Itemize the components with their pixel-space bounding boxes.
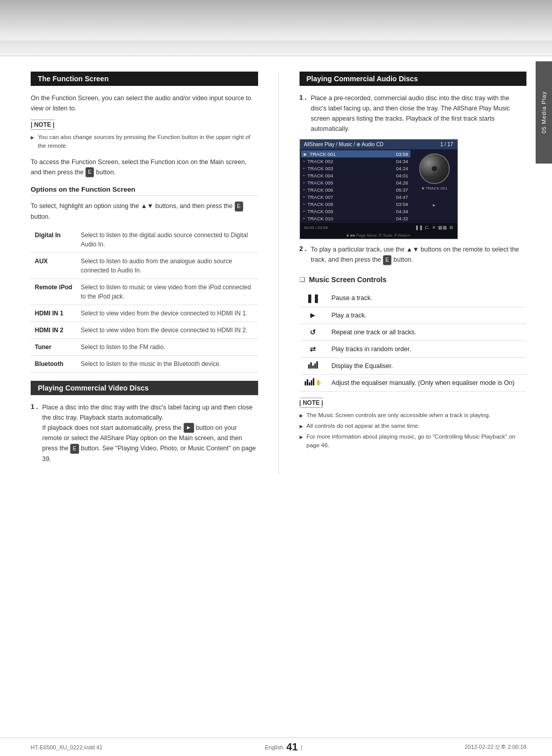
track-002: + TRACK 002 04:34: [301, 157, 410, 165]
track-007: + TRACK 007 04:47: [301, 193, 410, 200]
file-info: HT-E6500_XU_0222.indd 41: [31, 744, 103, 750]
allshare-body: ► TRACK 001 03:59 + TRACK 002 04:34 + TR…: [300, 149, 457, 223]
options-title: Options on the Function Screen: [31, 186, 258, 196]
disc-hole: [431, 166, 438, 172]
playing-video-section: Playing Commercial Video Discs 1 . Place…: [31, 381, 258, 464]
ctrl-repeat-desc: Repeat one track or all tracks.: [327, 324, 527, 340]
date-info: 2012-02-22 오후 2:00:18: [465, 743, 526, 751]
eq-bar5: [316, 361, 318, 369]
music-controls-label-container: Music Screen Controls: [300, 276, 527, 284]
audio-step1-label: 1 .: [300, 93, 307, 134]
allshare-tracklist: ► TRACK 001 03:59 + TRACK 002 04:34 + TR…: [300, 149, 411, 223]
track-004: + TRACK 004 04:01: [301, 172, 410, 179]
track-009: + TRACK 009 04:34: [301, 208, 410, 215]
option-label-hdmi2: HDMI IN 2: [31, 322, 77, 338]
option-label-bluetooth: Bluetooth: [31, 355, 77, 372]
option-aux: AUX Select to listen to audio from the a…: [31, 253, 258, 279]
allshare-track-label: ★ TRACK 001: [421, 186, 448, 191]
track-006: + TRACK 006 05:37: [301, 186, 410, 193]
eq-manual-hand-icon: ✋: [315, 380, 321, 385]
allshare-topbar: AllShare Play / Music / ⊕ Audio CD 1 / 1…: [300, 140, 457, 149]
top-decorative-bar: [0, 0, 552, 56]
allshare-topbar-title: AllShare Play / Music / ⊕ Audio CD: [304, 142, 384, 147]
function-screen-title: The Function Screen: [31, 72, 258, 86]
language-label: English: [265, 744, 283, 750]
allshare-pause-btn: ❚❚: [415, 225, 423, 230]
track-003: + TRACK 003 04:24: [301, 165, 410, 172]
music-note-item-3: For more information about playing music…: [300, 432, 527, 450]
ctrl-eq-manual-icon: ✋: [300, 374, 327, 391]
eq2-bar3: [309, 382, 310, 385]
note-label-1: | NOTE |: [31, 120, 55, 130]
option-bluetooth: Bluetooth Select to listen to the music …: [31, 355, 258, 372]
options-table: Digital In Select to listen to the digit…: [31, 227, 258, 373]
allshare-control-btns: ❚❚ C. ✕ ▦▦ ⊞: [415, 225, 453, 230]
allshare-controls-bar: 00:00 / 03:59 ❚❚ C. ✕ ▦▦ ⊞: [300, 223, 457, 232]
ctrl-shuffle: ⇄ Play tracks in random order.: [300, 340, 527, 357]
allshare-c-btn: C.: [425, 225, 430, 230]
option-tuner: Tuner Select to listen to the FM radio.: [31, 338, 258, 355]
audio-step2-content: To play a particular track, use the ▲▼ b…: [311, 244, 526, 265]
eq-bar2: [310, 362, 312, 369]
column-divider: [279, 72, 279, 474]
option-desc-tuner: Select to listen to the FM radio.: [77, 338, 258, 355]
eq2-bar1: [305, 381, 306, 385]
eq2-bar5: [313, 378, 314, 385]
main-content: The Function Screen On the Function Scre…: [0, 56, 552, 490]
ctrl-shuffle-desc: Play tracks in random order.: [327, 340, 527, 357]
audio-step2-label: 2 .: [300, 244, 307, 265]
option-label-aux: AUX: [31, 253, 77, 279]
allshare-progress-right: ►: [432, 203, 436, 208]
ctrl-eq-display-desc: Display the Equaliser.: [327, 357, 527, 374]
ctrl-pause: ❚❚ Pause a track.: [300, 290, 527, 307]
e-button-icon: E: [85, 167, 94, 177]
eq-bar4: [314, 363, 316, 369]
allshare-right-panel: ★ TRACK 001 ►: [411, 149, 457, 223]
option-desc-aux: Select to listen to audio from the analo…: [77, 253, 258, 279]
allshare-footer: ■ ■■ Page Move ⑦ Tools ↺ Return: [300, 232, 457, 239]
disc-image: [419, 153, 450, 184]
playing-audio-step1: 1 . Place a pre-recorded, commercial aud…: [300, 93, 527, 134]
ctrl-eq-manual-desc: Adjust the equaliser manually. (Only whe…: [327, 374, 527, 391]
option-desc-hdmi2: Select to view video from the device con…: [77, 322, 258, 338]
e-button-icon-3: E: [70, 444, 79, 454]
playing-audio-step2: 2 . To play a particular track, use the …: [300, 244, 527, 265]
music-controls-note: | NOTE | The Music Screen controls are o…: [300, 398, 527, 450]
ctrl-eq-display-icon: [300, 357, 327, 374]
option-label-hdmi1: HDMI IN 1: [31, 305, 77, 322]
option-desc-hdmi1: Select to view video from the device con…: [77, 305, 258, 322]
chapter-label: 05 Media Play: [536, 61, 552, 164]
music-note-item-1: The Music Screen controls are only acces…: [300, 411, 527, 420]
option-label-remote-ipod: Remote iPod: [31, 279, 77, 305]
ctrl-repeat: ↺ Repeat one track or all tracks.: [300, 324, 527, 340]
ctrl-pause-desc: Pause a track.: [327, 290, 527, 307]
playing-video-step1: 1 . Place a disc into the disc tray with…: [31, 402, 258, 464]
step1-content: Place a disc into the disc tray with the…: [42, 402, 258, 464]
track-005: + TRACK 005 04:26: [301, 179, 410, 186]
ctrl-play-icon: ►: [300, 307, 327, 324]
option-desc-remote-ipod: Select to listen to music or view video …: [77, 279, 258, 305]
page-footer: HT-E6500_XU_0222.indd 41 English 41 | 20…: [0, 738, 552, 756]
option-desc-bluetooth: Select to listen to the music in the Blu…: [77, 355, 258, 372]
top-bar-gradient: [0, 40, 552, 56]
ctrl-eq-display: Display the Equaliser.: [300, 357, 527, 374]
option-label-tuner: Tuner: [31, 338, 77, 355]
ctrl-play: ► Play a track.: [300, 307, 527, 324]
function-screen-note: | NOTE | You can also change sources by …: [31, 120, 258, 151]
function-screen-note-item: You can also change sources by pressing …: [31, 133, 258, 151]
option-hdmi1: HDMI IN 1 Select to view video from the …: [31, 305, 258, 322]
ctrl-play-desc: Play a track.: [327, 307, 527, 324]
step1-label: 1 .: [31, 402, 38, 464]
music-note-item-2: All controls do not appear at the same t…: [300, 422, 527, 430]
options-intro: To select, highlight an option using the…: [31, 201, 258, 222]
page-number: 41: [286, 741, 297, 753]
option-desc-digital-in: Select to listen to the digital audio so…: [77, 227, 258, 253]
option-remote-ipod: Remote iPod Select to listen to music or…: [31, 279, 258, 305]
playing-audio-title: Playing Commercial Audio Discs: [300, 72, 527, 86]
allshare-topbar-page: 1 / 17: [440, 142, 453, 147]
music-controls-title: Music Screen Controls: [309, 276, 387, 284]
allshare-x-btn: ✕: [432, 225, 436, 230]
track-001: ► TRACK 001 03:59: [301, 150, 410, 157]
eq2-bar4: [311, 380, 312, 385]
ctrl-eq-manual: ✋ Adjust the equaliser manually. (Only w…: [300, 374, 527, 391]
